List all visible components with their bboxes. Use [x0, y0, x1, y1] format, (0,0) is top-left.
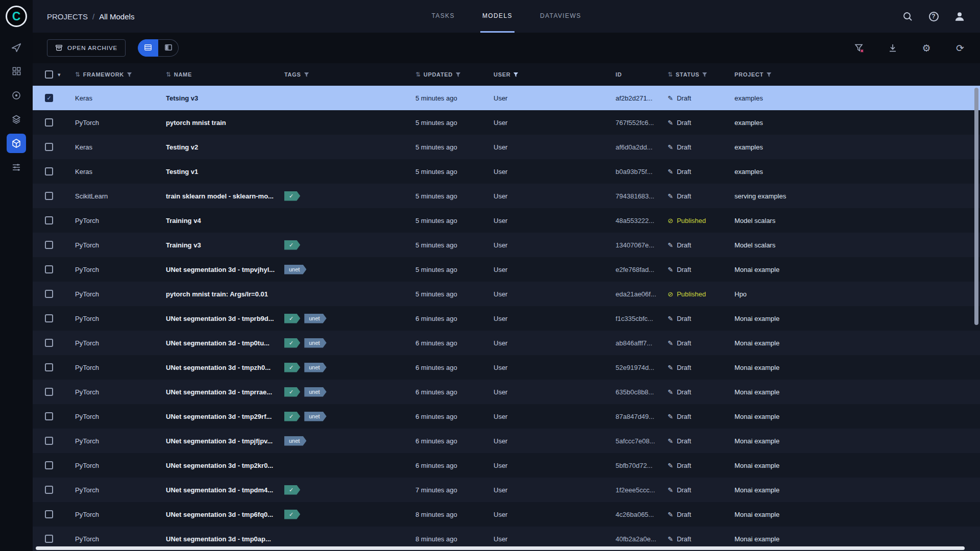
sidebar-item-pipelines[interactable] — [0, 59, 33, 83]
row-checkbox[interactable] — [45, 314, 53, 322]
table-row[interactable]: PyTorchUNet segmentation 3d - tmpdm4...✓… — [33, 478, 980, 502]
table-row[interactable]: KerasTesting v15 minutes agoUserb0a93b75… — [33, 159, 980, 184]
tab-models[interactable]: MODELS — [480, 0, 514, 33]
project-cell[interactable]: Monai example — [734, 462, 980, 469]
id-cell[interactable]: 87a847d49... — [616, 413, 668, 420]
tag-chip[interactable]: unet — [304, 338, 326, 348]
tag-check-chip[interactable]: ✓ — [284, 387, 300, 397]
sort-icon[interactable]: ⇅ — [166, 71, 172, 78]
tag-check-chip[interactable]: ✓ — [284, 363, 300, 372]
row-checkbox[interactable] — [45, 216, 53, 224]
project-cell[interactable]: Monai example — [734, 315, 980, 322]
sidebar-item-hyper-datasets[interactable] — [0, 107, 33, 131]
id-cell[interactable]: 13407067e... — [616, 241, 668, 249]
horizontal-scrollbar[interactable] — [36, 546, 965, 550]
tag-check-chip[interactable]: ✓ — [284, 314, 300, 323]
model-name-link[interactable]: UNet segmentation 3d - tmpzh0... — [166, 364, 284, 371]
auto-refresh-icon[interactable]: ⟳ — [954, 42, 966, 54]
filter-icon[interactable] — [702, 72, 707, 78]
settings-gear-icon[interactable]: ⚙ — [921, 42, 932, 54]
row-checkbox[interactable] — [45, 167, 53, 176]
user-avatar-icon[interactable] — [953, 10, 966, 22]
table-row[interactable]: PyTorchUNet segmentation 3d - tmprrae...… — [33, 380, 980, 404]
tag-check-chip[interactable]: ✓ — [284, 485, 300, 495]
column-header-tags[interactable]: TAGS — [284, 71, 415, 78]
model-name-link[interactable]: UNet segmentation 3d - tmprb9d... — [166, 315, 284, 322]
table-row[interactable]: KerasTesting v25 minutes agoUseraf6d0a2d… — [33, 135, 980, 159]
vertical-scrollbar[interactable] — [974, 88, 978, 325]
search-icon[interactable] — [901, 10, 914, 22]
filter-icon[interactable] — [127, 72, 132, 78]
sort-icon[interactable]: ⇅ — [668, 71, 673, 78]
tab-tasks[interactable]: TASKS — [429, 0, 456, 33]
model-name-link[interactable]: Tetsing v3 — [166, 94, 284, 102]
column-header-name[interactable]: ⇅NAME — [166, 71, 284, 78]
table-row[interactable]: PyTorchUNet segmentation 3d - tmp2kr0...… — [33, 453, 980, 478]
table-row[interactable]: PyTorchUNet segmentation 3d - tmpjfjpv..… — [33, 429, 980, 453]
id-cell[interactable]: 5afccc7e08... — [616, 437, 668, 445]
sidebar-item-projects[interactable] — [0, 35, 33, 59]
model-name-link[interactable]: Training v3 — [166, 241, 284, 249]
project-cell[interactable]: Monai example — [734, 486, 980, 494]
column-header-user[interactable]: USER — [494, 71, 616, 78]
column-header-updated[interactable]: ⇅UPDATED — [415, 71, 494, 78]
table-row[interactable]: ScikitLearntrain sklearn model - sklearn… — [33, 184, 980, 208]
id-cell[interactable]: 794381683... — [616, 192, 668, 200]
tag-chip[interactable]: unet — [304, 314, 326, 323]
row-checkbox[interactable] — [45, 437, 53, 445]
tab-dataviews[interactable]: DATAVIEWS — [538, 0, 583, 33]
tag-check-chip[interactable]: ✓ — [284, 338, 300, 348]
row-checkbox[interactable] — [45, 192, 53, 200]
model-name-link[interactable]: UNet segmentation 3d - tmpjfjpv... — [166, 437, 284, 445]
clear-filters-icon[interactable] — [853, 42, 865, 54]
project-cell[interactable]: Monai example — [734, 535, 980, 543]
row-checkbox[interactable] — [45, 118, 53, 127]
split-view-button[interactable] — [158, 39, 179, 57]
model-name-link[interactable]: pytorch mnist train — [166, 119, 284, 127]
project-cell[interactable]: Monai example — [734, 339, 980, 347]
column-header-framework[interactable]: ⇅FRAMEWORK — [75, 71, 166, 78]
row-checkbox[interactable] — [45, 412, 53, 420]
table-row[interactable]: PyTorchUNet segmentation 3d - tmprb9d...… — [33, 306, 980, 331]
table-row[interactable]: PyTorchTraining v45 minutes agoUser48a55… — [33, 208, 980, 233]
model-name-link[interactable]: UNet segmentation 3d - tmprrae... — [166, 388, 284, 396]
id-cell[interactable]: ab846afff7... — [616, 339, 668, 347]
project-cell[interactable]: Model scalars — [734, 217, 980, 224]
id-cell[interactable]: 48a553222... — [616, 217, 668, 224]
row-checkbox[interactable] — [45, 290, 53, 298]
table-row[interactable]: PyTorchUNet segmentation 3d - tmp6fq0...… — [33, 502, 980, 527]
table-view-button[interactable] — [138, 39, 158, 57]
project-cell[interactable]: Monai example — [734, 437, 980, 445]
row-checkbox[interactable] — [45, 143, 53, 151]
model-name-link[interactable]: UNet segmentation 3d - tmp29rf... — [166, 413, 284, 420]
row-checkbox[interactable] — [45, 535, 53, 543]
id-cell[interactable]: af2b2d271... — [616, 94, 668, 102]
tag-chip[interactable]: unet — [284, 265, 306, 274]
select-all-checkbox[interactable] — [45, 70, 53, 79]
project-cell[interactable]: examples — [734, 168, 980, 176]
row-checkbox[interactable] — [45, 388, 53, 396]
table-row[interactable]: PyTorchpytorch mnist train5 minutes agoU… — [33, 110, 980, 135]
column-header-project[interactable]: PROJECT — [734, 71, 980, 78]
model-name-link[interactable]: UNet segmentation 3d - tmp0ap... — [166, 535, 284, 543]
model-name-link[interactable]: UNet segmentation 3d - tmp0tu... — [166, 339, 284, 347]
model-name-link[interactable]: pytorch mnist train: Args/lr=0.01 — [166, 290, 284, 298]
help-icon[interactable]: ? — [927, 10, 940, 22]
id-cell[interactable]: 52e91974d... — [616, 364, 668, 371]
id-cell[interactable]: b0a93b75f... — [616, 168, 668, 176]
project-cell[interactable]: Model scalars — [734, 241, 980, 249]
model-name-link[interactable]: UNet segmentation 3d - tmp2kr0... — [166, 462, 284, 469]
tag-chip[interactable]: unet — [284, 436, 306, 446]
tag-check-chip[interactable]: ✓ — [284, 191, 300, 201]
filter-icon[interactable] — [455, 72, 461, 78]
tag-check-chip[interactable]: ✓ — [284, 240, 300, 250]
id-cell[interactable]: 4c26ba065... — [616, 511, 668, 518]
row-checkbox[interactable] — [45, 510, 53, 518]
tag-chip[interactable]: unet — [304, 387, 326, 397]
id-cell[interactable]: 635b0c8b8... — [616, 388, 668, 396]
sidebar-item-datasets[interactable] — [0, 83, 33, 107]
project-cell[interactable]: Hpo — [734, 290, 980, 298]
project-cell[interactable]: Monai example — [734, 388, 980, 396]
id-cell[interactable]: 1f2eee5ccc... — [616, 486, 668, 494]
filter-icon[interactable] — [304, 72, 309, 78]
